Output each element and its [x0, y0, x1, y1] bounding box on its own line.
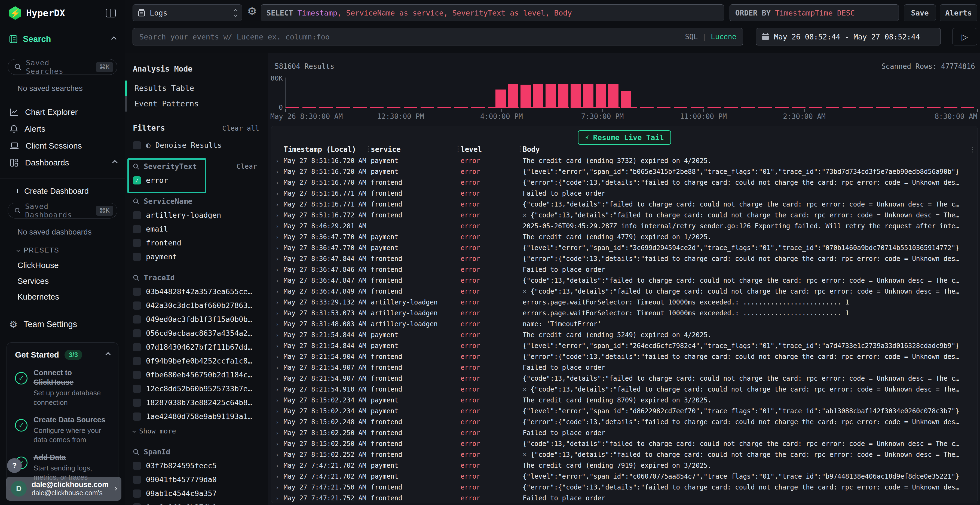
preset-item-services[interactable]: Services — [0, 270, 125, 286]
row-expand-icon[interactable]: › — [274, 440, 284, 447]
resume-live-tail-button[interactable]: ⚡ Resume Live Tail — [578, 130, 671, 145]
show-more-link[interactable]: Show more — [133, 427, 268, 435]
row-expand-icon[interactable]: › — [274, 288, 284, 295]
table-row[interactable]: ›May 27 8:21:54.904 AMfrontenderror{"err… — [274, 351, 976, 362]
table-row[interactable]: ›May 27 8:15:02.234 AMpaymenterror{"leve… — [274, 406, 976, 416]
presets-toggle[interactable]: PRESETS — [0, 237, 125, 254]
lucene-toggle[interactable]: Lucene — [711, 33, 737, 41]
row-expand-icon[interactable]: › — [274, 364, 284, 371]
table-row[interactable]: ›May 27 7:47:21.702 AMpaymenterrorThe cr… — [274, 460, 976, 471]
row-expand-icon[interactable]: › — [274, 157, 284, 164]
histogram-chart[interactable]: 80K0 — [285, 78, 977, 108]
table-row[interactable]: ›May 27 8:36:47.844 AMfrontenderror{"err… — [274, 253, 976, 264]
source-settings-gear-icon[interactable]: ⚙ — [247, 5, 257, 17]
table-row[interactable]: ›May 27 8:15:02.250 AMfrontenderror{"cod… — [274, 438, 976, 449]
sidebar-collapse-icon[interactable] — [106, 9, 116, 17]
table-row[interactable]: ›May 27 8:36:47.847 AMfrontenderror{"cod… — [274, 275, 976, 286]
row-expand-icon[interactable]: › — [274, 495, 284, 502]
table-row[interactable]: ›May 27 8:51:16.771 AMfrontenderror{"cod… — [274, 199, 976, 210]
source-select[interactable]: Logs — [132, 4, 242, 21]
filter-checkbox[interactable] — [133, 399, 141, 407]
column-header-timestamp-local-[interactable]: Timestamp (Local) — [284, 145, 371, 154]
filter-value-row[interactable]: artillery-loadgen — [133, 211, 268, 219]
filter-checkbox[interactable] — [133, 225, 141, 233]
filter-checkbox[interactable] — [133, 302, 141, 310]
filter-value-row[interactable]: 07d184304627bf2f11b67dd… — [133, 343, 268, 351]
row-expand-icon[interactable]: › — [274, 310, 284, 317]
time-range-picker[interactable]: May 26 08:52:44 - May 27 08:52:44 — [756, 28, 941, 45]
row-expand-icon[interactable]: › — [274, 386, 284, 393]
sql-toggle[interactable]: SQL — [685, 33, 698, 41]
row-expand-icon[interactable]: › — [274, 256, 284, 262]
table-row[interactable]: ›May 27 8:36:47.770 AMpaymenterror{"leve… — [274, 243, 976, 253]
sql-select-input[interactable]: SELECT Timestamp, ServiceName as service… — [261, 4, 724, 21]
order-by-input[interactable]: ORDER BY TimestampTime DESC — [730, 4, 899, 21]
chevron-up-icon[interactable] — [105, 352, 111, 357]
filter-value-row[interactable]: 042a30c3dc1baf660b27863… — [133, 301, 268, 310]
create-dashboard-button[interactable]: + Create Dashboard — [0, 178, 125, 195]
filter-checkbox[interactable] — [133, 239, 141, 247]
sidebar-item-dashboards[interactable]: Dashboards — [0, 154, 125, 171]
filter-checkbox[interactable] — [133, 211, 141, 219]
row-expand-icon[interactable]: › — [274, 277, 284, 284]
table-row[interactable]: ›May 27 8:15:02.250 AMfrontenderrorFaile… — [274, 427, 976, 438]
row-expand-icon[interactable]: › — [274, 375, 284, 382]
row-expand-icon[interactable]: › — [274, 473, 284, 480]
table-row[interactable]: ›May 27 8:21:54.907 AMfrontenderror{"cod… — [274, 373, 976, 384]
column-options-icon[interactable]: ⋮ — [964, 145, 976, 154]
filter-value-row[interactable]: 056cd9acbaac8637a4354a2… — [133, 329, 268, 337]
chevron-up-icon[interactable] — [111, 37, 116, 42]
denoise-checkbox[interactable] — [133, 141, 141, 149]
table-row[interactable]: ›May 27 8:21:54.910 AMfrontenderror× {"c… — [274, 384, 976, 395]
filter-checkbox[interactable] — [133, 315, 141, 324]
filter-checkbox[interactable] — [133, 253, 141, 261]
table-row[interactable]: ›May 27 8:51:16.720 AMpaymenterrorThe cr… — [274, 156, 976, 166]
filter-checkbox[interactable] — [133, 503, 141, 505]
help-button[interactable]: ? — [7, 458, 22, 473]
row-expand-icon[interactable]: › — [274, 234, 284, 241]
filter-checkbox[interactable] — [133, 462, 141, 470]
table-row[interactable]: ›May 27 8:21:54.844 AMpaymenterrorThe cr… — [274, 329, 976, 340]
sidebar-item-chart-explorer[interactable]: Chart Explorer — [0, 104, 125, 121]
table-row[interactable]: ›May 27 8:36:47.849 AMfrontenderror× {"c… — [274, 286, 976, 297]
filter-checkbox[interactable] — [133, 476, 141, 484]
filter-value-row[interactable]: 1ae42480d758e9ab91193a1… — [133, 412, 268, 421]
row-expand-icon[interactable]: › — [274, 451, 284, 458]
filter-checkbox[interactable] — [133, 343, 141, 351]
filter-clear-link[interactable]: Clear — [237, 162, 257, 170]
filter-checkbox[interactable] — [133, 287, 141, 296]
table-row[interactable]: ›May 27 8:51:16.771 AMfrontenderrorFaile… — [274, 188, 976, 199]
save-button[interactable]: Save — [904, 4, 936, 21]
saved-dashboards-input[interactable]: Saved Dashboards ⌘K — [8, 203, 117, 219]
table-row[interactable]: ›May 27 8:15:02.252 AMfrontenderror× {"c… — [274, 449, 976, 460]
query-language-toggle[interactable]: SQL | Lucene — [685, 33, 737, 41]
row-expand-icon[interactable]: › — [274, 408, 284, 414]
row-expand-icon[interactable]: › — [274, 266, 284, 273]
table-row[interactable]: ›May 27 8:46:29.281 AMerror2025-05-26T09… — [274, 221, 976, 232]
run-query-button[interactable]: ▷ — [952, 28, 977, 45]
filter-value-row[interactable]: 09041fb457779da0 — [133, 475, 268, 484]
alerts-button[interactable]: Alerts — [940, 4, 977, 21]
row-expand-icon[interactable]: › — [274, 462, 284, 469]
column-header-service[interactable]: service — [371, 145, 461, 154]
table-row[interactable]: ›May 27 8:36:47.846 AMfrontenderrorFaile… — [274, 264, 976, 275]
filter-value-row[interactable]: 09ab1c4544c9a357 — [133, 489, 268, 498]
filter-value-row[interactable]: 03f7b824595feec5 — [133, 462, 268, 470]
table-row[interactable]: ›May 27 7:47:21.750 AMfrontenderror{"err… — [274, 482, 976, 493]
table-row[interactable]: ›May 27 8:15:02.234 AMpaymenterrorThe cr… — [274, 395, 976, 406]
table-row[interactable]: ›May 27 8:31:53.073 AMartillery-loadgene… — [274, 308, 976, 319]
filter-value-row[interactable]: 18287038b73e882425c64b8… — [133, 399, 268, 407]
table-row[interactable]: ›May 27 8:51:16.770 AMfrontenderror{"err… — [274, 177, 976, 188]
preset-item-clickhouse[interactable]: ClickHouse — [0, 254, 125, 270]
column-header-level[interactable]: level — [461, 145, 523, 154]
row-expand-icon[interactable]: › — [274, 212, 284, 219]
filter-value-row[interactable]: 049ed0ac3fdb1f3f15a0b0b… — [133, 315, 268, 324]
table-row[interactable]: ›May 27 8:36:47.770 AMpaymenterrorThe cr… — [274, 232, 976, 243]
clear-all-filters-link[interactable]: Clear all — [223, 124, 259, 132]
row-expand-icon[interactable]: › — [274, 190, 284, 197]
filter-value-row[interactable]: 0fbe680eb456750b2d1184c… — [133, 371, 268, 379]
filter-value-row[interactable]: payment — [133, 252, 268, 261]
row-expand-icon[interactable]: › — [274, 179, 284, 186]
sidebar-item-client-sessions[interactable]: Client Sessions — [0, 137, 125, 154]
table-row[interactable]: ›May 27 8:51:16.720 AMpaymenterror{"leve… — [274, 166, 976, 177]
